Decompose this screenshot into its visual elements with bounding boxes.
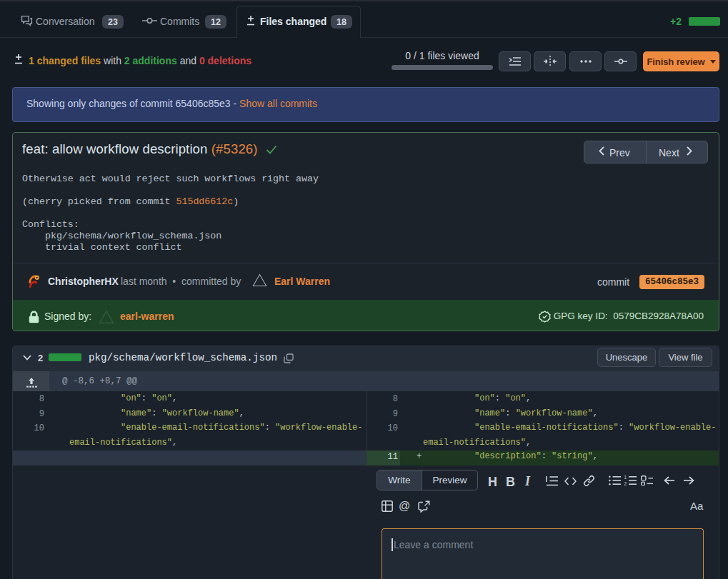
svg-text:2: 2 <box>624 481 627 485</box>
svg-text:1: 1 <box>624 475 627 480</box>
